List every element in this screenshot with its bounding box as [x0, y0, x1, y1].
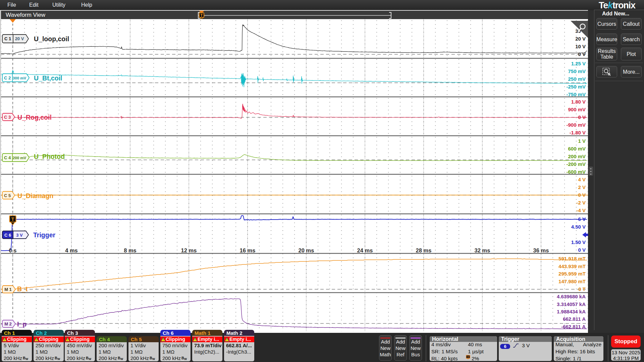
svg-text:T: T	[200, 13, 203, 18]
svg-text:1.80 V: 1.80 V	[571, 99, 586, 105]
svg-text:C 2: C 2	[4, 75, 11, 80]
svg-text:4 ms: 4 ms	[65, 247, 78, 253]
svg-text:250 mV: 250 mV	[568, 76, 586, 82]
svg-text:4 V: 4 V	[578, 177, 586, 182]
svg-text:Trigger: Trigger	[33, 231, 56, 239]
svg-text:0 V: 0 V	[578, 114, 586, 120]
svg-text:0 T: 0 T	[578, 286, 586, 292]
svg-text:12 ms: 12 ms	[181, 247, 197, 253]
svg-text:662.811 A: 662.811 A	[563, 316, 586, 322]
svg-text:200 mV: 200 mV	[13, 156, 26, 160]
svg-text:147.980 mT: 147.980 mT	[558, 279, 586, 284]
svg-text:3 V: 3 V	[16, 233, 23, 238]
svg-text:M 1: M 1	[4, 287, 12, 292]
svg-text:-750 mV: -750 mV	[566, 92, 586, 97]
svg-text:-200 mV: -200 mV	[566, 161, 586, 167]
svg-text:U_loop,coil: U_loop,coil	[34, 35, 69, 43]
svg-text:591.918 mT: 591.918 mT	[558, 256, 586, 261]
svg-text:M 2: M 2	[4, 321, 12, 326]
svg-text:2 V: 2 V	[578, 184, 586, 190]
svg-text:6 V: 6 V	[578, 216, 586, 222]
svg-text:1.50 V: 1.50 V	[571, 239, 586, 245]
svg-text:U_Rog,coil: U_Rog,coil	[17, 114, 52, 121]
svg-text:U_Diamagn: U_Diamagn	[17, 192, 53, 199]
svg-text:295.959 mT: 295.959 mT	[558, 271, 586, 277]
svg-text:4.50 V: 4.50 V	[571, 224, 586, 230]
svg-text:3.314057 kA: 3.314057 kA	[557, 301, 586, 307]
svg-text:C 6: C 6	[4, 233, 11, 238]
svg-text:600 mV: 600 mV	[568, 146, 586, 152]
svg-text:T: T	[11, 216, 14, 222]
svg-text:C 1: C 1	[4, 36, 11, 41]
svg-text:1 V: 1 V	[578, 138, 586, 144]
svg-text:20 ms: 20 ms	[299, 247, 314, 253]
svg-text:1.988434 kA: 1.988434 kA	[557, 309, 586, 314]
svg-text:20 V: 20 V	[575, 36, 586, 42]
svg-text:300 mV: 300 mV	[13, 76, 26, 80]
svg-text:443.939 mT: 443.939 mT	[558, 263, 586, 269]
svg-text:750 mV: 750 mV	[568, 68, 586, 74]
svg-text:B_t: B_t	[17, 285, 28, 293]
svg-text:16 ms: 16 ms	[240, 247, 256, 253]
svg-text:200 mV: 200 mV	[568, 154, 586, 159]
svg-text:-662.811 A: -662.811 A	[561, 324, 586, 329]
svg-text:-1.80 V: -1.80 V	[570, 130, 586, 135]
svg-text:36 ms: 36 ms	[533, 247, 549, 253]
svg-text:32 ms: 32 ms	[475, 247, 490, 253]
svg-text:10 V: 10 V	[575, 44, 586, 49]
svg-text:0 V: 0 V	[578, 192, 586, 198]
svg-text:T: T	[467, 356, 469, 359]
svg-text:0 V: 0 V	[578, 51, 586, 57]
svg-text:-4 V: -4 V	[576, 207, 586, 213]
svg-text:0 V: 0 V	[578, 247, 586, 253]
svg-text:C 4: C 4	[4, 155, 11, 160]
svg-text:C 5: C 5	[4, 193, 11, 198]
svg-text:U_Bt,coil: U_Bt,coil	[34, 74, 62, 82]
svg-text:-2 V: -2 V	[576, 200, 586, 205]
svg-text:1.25 V: 1.25 V	[571, 61, 586, 66]
svg-text:-600 mV: -600 mV	[566, 169, 586, 175]
svg-text:20 V: 20 V	[15, 36, 24, 41]
svg-text:900 mV: 900 mV	[568, 107, 586, 112]
svg-text:-900 mV: -900 mV	[566, 122, 586, 128]
svg-text:0 s: 0 s	[9, 247, 17, 253]
svg-text:24 ms: 24 ms	[357, 247, 373, 253]
svg-text:8 ms: 8 ms	[124, 247, 137, 253]
svg-text:-250 mV: -250 mV	[566, 84, 586, 89]
svg-text:I_p: I_p	[17, 320, 26, 328]
svg-text:U_Photod: U_Photod	[34, 153, 65, 160]
svg-text:C 3: C 3	[4, 115, 11, 120]
svg-text:28 ms: 28 ms	[416, 247, 432, 253]
svg-text:4.639680 kA: 4.639680 kA	[557, 294, 586, 299]
